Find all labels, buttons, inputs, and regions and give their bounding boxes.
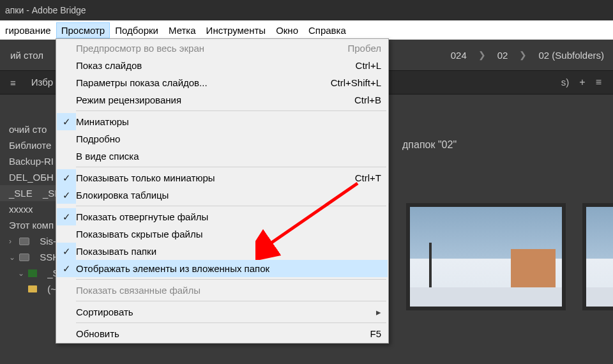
chevron-right-icon: ❯ [519, 50, 527, 60]
menu-separator [76, 167, 386, 167]
check-icon: ✓ [63, 116, 71, 128]
menu-edit[interactable]: гирование [0, 22, 56, 38]
menu-item-lock-grid[interactable]: ✓ Блокировка таблицы [57, 186, 388, 204]
menu-item-fullscreen[interactable]: Предпросмотр во весь экран Пробел [57, 40, 388, 57]
breadcrumb-subfolders[interactable]: 02 (Subfolders) [538, 50, 604, 61]
menu-stacks[interactable]: Подборки [110, 22, 163, 38]
folder-icon [28, 269, 37, 277]
thumbnail[interactable] [582, 203, 613, 310]
breadcrumb-year[interactable]: 024 [451, 50, 467, 61]
view-menu-dropdown: Предпросмотр во весь экран Пробел Показ … [56, 38, 389, 344]
chevron-right-icon: › [9, 237, 15, 246]
menu-item-slideshow-options[interactable]: Параметры показа слайдов... Ctrl+Shift+L [57, 74, 388, 91]
thumbnail[interactable] [406, 203, 566, 310]
drive-icon [19, 238, 29, 245]
menu-item-thumb-only[interactable]: ✓ Показывать только миниатюры Ctrl+T [57, 169, 388, 186]
menu-item-show-hidden[interactable]: Показывать скрытые файлы [57, 225, 388, 243]
menu-item-sort[interactable]: Сортировать ▸ [57, 303, 388, 321]
breadcrumb-desktop[interactable]: ий стол [10, 50, 43, 61]
window-title: апки - Adobe Bridge [5, 5, 86, 15]
titlebar: апки - Adobe Bridge [0, 0, 613, 20]
submenu-arrow-icon: ▸ [376, 307, 381, 318]
menu-separator [76, 279, 386, 280]
menu-item-list[interactable]: В виде списка [57, 148, 388, 165]
menu-item-show-folders[interactable]: ✓ Показывать папки [57, 243, 388, 260]
menubar: гирование Просмотр Подборки Метка Инстру… [0, 20, 613, 40]
hamburger-icon[interactable]: ≡ [596, 77, 602, 88]
drive-icon [19, 254, 29, 261]
menu-item-review-mode[interactable]: Режим рецензирования Ctrl+B [57, 91, 388, 109]
check-icon: ✓ [63, 263, 71, 275]
menu-item-show-rejected[interactable]: ✓ Показать отвергнутые файлы [57, 208, 388, 225]
check-icon: ✓ [63, 190, 71, 201]
menu-separator [76, 110, 386, 111]
menu-tools[interactable]: Инструменты [201, 22, 271, 38]
menu-separator [76, 322, 386, 323]
menu-item-refresh[interactable]: Обновить F5 [57, 325, 388, 342]
menu-view[interactable]: Просмотр [56, 22, 110, 38]
chevron-down-icon: ⌄ [18, 269, 24, 278]
menu-icon[interactable]: ≡ [3, 77, 24, 88]
menu-item-show-linked[interactable]: Показать связанные файлы [57, 282, 388, 299]
menu-help[interactable]: Справка [303, 22, 351, 38]
menu-separator [76, 301, 386, 301]
menu-separator [76, 206, 386, 206]
breadcrumb-month[interactable]: 02 [497, 50, 508, 61]
menu-item-thumbnails[interactable]: ✓ Миниатюры [57, 113, 388, 130]
plus-icon[interactable]: + [579, 77, 585, 88]
content-caption: дпапок "02" [402, 139, 457, 151]
check-icon: ✓ [63, 172, 71, 184]
menu-item-show-subfolder-items[interactable]: ✓ Отображать элементы из вложенных папок [57, 260, 388, 277]
check-icon: ✓ [63, 211, 71, 223]
menu-item-details[interactable]: Подробно [57, 130, 388, 148]
partial-text: s) [561, 77, 570, 88]
menu-window[interactable]: Окно [271, 22, 303, 38]
chevron-down-icon: ⌄ [9, 253, 15, 262]
menu-label[interactable]: Метка [163, 22, 201, 38]
menu-item-slideshow[interactable]: Показ слайдов Ctrl+L [57, 57, 388, 74]
chevron-right-icon: ❯ [478, 50, 486, 60]
check-icon: ✓ [63, 246, 71, 257]
folder-icon [28, 285, 37, 292]
